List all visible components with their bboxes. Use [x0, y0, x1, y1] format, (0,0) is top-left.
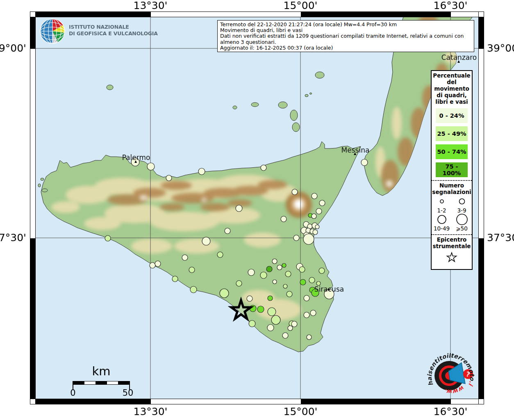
axis-label-right: 37°30' — [487, 233, 514, 243]
intensity-point — [277, 265, 282, 270]
intensity-point — [312, 214, 316, 219]
intensity-point — [189, 267, 195, 273]
map-frame-left — [30, 11, 36, 404]
legend-percentage-classes: 0 - 24%25 - 49%50 - 74%75 - 100% — [432, 108, 472, 177]
intensity-point — [268, 296, 273, 301]
frame-corner — [478, 399, 484, 404]
legend-count-item: 3-9 — [452, 195, 472, 213]
intensity-point — [202, 237, 210, 245]
axis-label-bottom: 13°30' — [134, 406, 168, 417]
intensity-point — [288, 326, 293, 331]
intensity-point — [249, 320, 255, 327]
etna-peak — [294, 199, 304, 209]
legend-box: Percentualedelmovimentodi quadri,libri e… — [431, 70, 473, 270]
intensity-point — [310, 310, 316, 316]
axis-label-right: 39°00' — [487, 43, 514, 54]
intensity-point — [285, 271, 291, 277]
legend-percentage-title: Percentualedelmovimentodi quadri,libri e… — [432, 71, 472, 105]
intensity-point — [307, 335, 312, 340]
ingv-name-line2: DI GEOFISICA E VULCANOLOGIA — [69, 30, 158, 37]
intensity-point — [166, 175, 172, 181]
intensity-point — [304, 312, 309, 318]
intensity-point — [105, 235, 111, 241]
intensity-point — [247, 296, 252, 301]
legend-count-classes: 1-23-910-49⩾50 — [432, 195, 472, 231]
axis-label-bottom: 15°00' — [284, 406, 318, 417]
intensity-point — [292, 189, 298, 195]
event-info-line: Terremoto del 22-12-2020 21:27:24 (ora l… — [220, 22, 471, 27]
city-marker-icon: ▲ — [457, 60, 460, 63]
intensity-point — [293, 235, 299, 241]
intensity-point — [312, 193, 317, 199]
intensity-point — [282, 263, 286, 267]
legend-count-item: 10-49 — [432, 213, 452, 231]
ustica-island — [107, 85, 113, 90]
intensity-point — [315, 225, 319, 229]
intensity-point — [261, 165, 266, 171]
intensity-point — [309, 277, 315, 283]
intensity-point — [303, 234, 314, 244]
map-frame-right — [478, 11, 484, 404]
event-info-line: Movimento di quadri, libri e vasi — [220, 27, 471, 33]
intensity-point — [266, 266, 272, 272]
intensity-point — [281, 216, 287, 222]
intensity-point — [300, 279, 306, 285]
intensity-point — [182, 255, 188, 260]
axis-label-bottom: 16°30' — [434, 406, 468, 417]
intensity-point — [217, 252, 223, 258]
intensity-point — [272, 259, 277, 264]
city-marker-icon: ▲ — [134, 160, 137, 163]
axis-label-top: 15°00' — [284, 0, 318, 11]
intensity-point — [220, 289, 229, 298]
axis-label-top: 13°30' — [134, 0, 168, 11]
intensity-point — [299, 267, 305, 272]
intensity-point — [273, 280, 277, 284]
scalebar-unit: km — [92, 364, 110, 378]
legend-count-item: ⩾50 — [452, 213, 472, 231]
city-marker-icon: ▲ — [354, 152, 356, 155]
intensity-point — [267, 324, 274, 331]
intensity-point — [147, 163, 155, 170]
intensity-point — [172, 276, 178, 282]
axis-label-left: 39°00' — [0, 43, 26, 54]
ingv-logo: ISTITUTO NAZIONALE DI GEOFISICA E VULCAN… — [39, 18, 175, 44]
intensity-point — [316, 208, 322, 214]
intensity-point — [248, 269, 255, 276]
event-info-box: Terremoto del 22-12-2020 21:27:24 (ora l… — [217, 20, 474, 52]
legend-class-swatch: 50 - 74% — [436, 144, 468, 159]
intensity-point — [150, 262, 155, 268]
macroseismic-map-figure: Palermo▲Messina▲Siracusa▲Catanzaro▲ Terr… — [0, 0, 514, 420]
city-marker-icon: ▲ — [328, 288, 330, 291]
intensity-point — [313, 230, 318, 235]
intensity-point — [268, 308, 276, 316]
axis-label-top: 16°30' — [434, 0, 468, 11]
legend-class-swatch: 25 - 49% — [436, 126, 468, 141]
intensity-point — [260, 272, 267, 278]
map-frame-top — [30, 11, 484, 17]
intensity-point — [283, 284, 287, 288]
intensity-point — [236, 281, 242, 286]
epicenter-star-icon — [443, 251, 460, 265]
intensity-point — [282, 333, 288, 338]
frame-corner — [478, 11, 484, 17]
intensity-point — [257, 306, 264, 313]
ingv-globe-icon — [39, 18, 66, 44]
intensity-point — [304, 295, 309, 301]
intensity-point — [225, 228, 230, 234]
frame-corner — [30, 11, 36, 17]
intensity-point — [287, 291, 292, 297]
intensity-point — [361, 159, 368, 166]
scalebar-start-label: 0 — [70, 388, 75, 398]
event-info-line: Aggiornato il: 16-12-2025 00:37 (ora loc… — [220, 45, 471, 51]
frame-corner — [30, 399, 36, 404]
map-frame-bottom — [30, 399, 484, 404]
legend-class-swatch: 75 - 100% — [436, 162, 468, 177]
legend-count-item: 1-2 — [432, 195, 452, 213]
intensity-point — [291, 321, 297, 327]
intensity-point — [198, 168, 205, 175]
axis-label-left: 37°30' — [0, 233, 26, 243]
scalebar-end-label: 50 — [123, 388, 134, 398]
legend-epicenter-title: Epicentrostrumentale — [432, 235, 472, 249]
intensity-point — [190, 286, 197, 293]
ingv-name-line1: ISTITUTO NAZIONALE — [69, 24, 158, 30]
